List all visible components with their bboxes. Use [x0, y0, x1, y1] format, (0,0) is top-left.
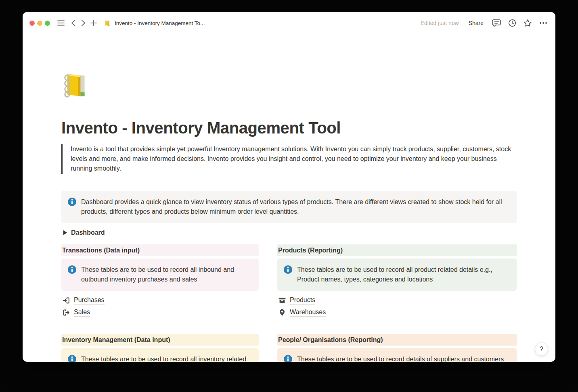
section-title: Inventory Management (Data input) — [62, 336, 170, 344]
section-header-transactions: Transactions (Data input) — [61, 244, 259, 256]
callout-text: These tables are to be used to record de… — [297, 354, 504, 362]
callout-text: These tables are to be used to record al… — [81, 265, 252, 284]
box-icon — [278, 296, 286, 304]
left-column: Transactions (Data input) These tables a… — [61, 244, 259, 362]
page-content: Invento - Inventory Management Tool Inve… — [23, 34, 555, 362]
zoom-window-button[interactable] — [45, 21, 50, 26]
page-link-label: Warehouses — [290, 309, 326, 317]
transactions-links: Purchases Sales — [61, 294, 259, 319]
page-link-label: Purchases — [74, 296, 105, 304]
info-icon — [68, 355, 76, 362]
back-icon[interactable] — [71, 20, 75, 26]
page-link-label: Sales — [74, 309, 90, 317]
page-title[interactable]: Invento - Inventory Management Tool — [61, 118, 517, 138]
section-title: Products (Reporting) — [278, 247, 343, 254]
callout-text: These tables are to be used to record al… — [81, 354, 252, 362]
callout-text: Dashboard provides a quick glance to vie… — [81, 197, 510, 217]
info-icon — [284, 355, 292, 362]
export-icon — [62, 309, 70, 317]
dashboard-toggle[interactable]: Dashboard — [61, 228, 517, 237]
page-notebook-icon[interactable] — [61, 71, 91, 100]
people-organisations-callout: These tables are to be used to record de… — [277, 348, 517, 362]
two-column-layout: Transactions (Data input) These tables a… — [61, 244, 517, 362]
sidebar-menu-icon[interactable] — [57, 20, 65, 26]
info-icon — [68, 265, 76, 274]
section-header-people-organisations: People/ Organisations (Reporting) — [277, 334, 517, 346]
help-button[interactable]: ? — [535, 342, 548, 356]
favorite-star-icon[interactable] — [524, 19, 532, 27]
toggle-label: Dashboard — [71, 229, 105, 236]
callout-text: These tables are to be used to record al… — [297, 265, 510, 284]
titlebar: Invento - Inventory Management To... Edi… — [23, 12, 555, 34]
minimize-window-button[interactable] — [37, 21, 42, 26]
more-options-icon[interactable] — [539, 22, 547, 24]
section-header-products: Products (Reporting) — [277, 244, 517, 256]
inventory-management-callout: These tables are to be used to record al… — [61, 348, 259, 362]
traffic-lights — [29, 21, 50, 26]
right-column: Products (Reporting) These tables are to… — [277, 244, 517, 362]
transactions-callout: These tables are to be used to record al… — [61, 259, 259, 291]
comments-icon[interactable] — [492, 19, 501, 27]
page-link-products[interactable]: Products — [277, 294, 517, 307]
import-icon — [62, 296, 70, 304]
edited-status: Edited just now — [421, 20, 459, 26]
location-pin-icon — [278, 309, 286, 317]
info-icon — [284, 265, 292, 274]
share-button[interactable]: Share — [469, 20, 484, 26]
page-link-label: Products — [290, 296, 315, 304]
history-icon[interactable] — [508, 19, 516, 27]
app-window: Invento - Inventory Management To... Edi… — [23, 12, 555, 362]
section-title: People/ Organisations (Reporting) — [278, 336, 383, 344]
intro-quote-block: Invento is a tool that provides simple y… — [61, 144, 517, 174]
page-link-purchases[interactable]: Purchases — [61, 294, 259, 307]
toggle-arrow-icon — [63, 230, 67, 235]
notebook-icon — [104, 20, 111, 27]
info-icon — [68, 198, 76, 206]
close-window-button[interactable] — [29, 21, 35, 26]
dashboard-callout: Dashboard provides a quick glance to vie… — [61, 191, 517, 223]
new-tab-icon[interactable] — [90, 20, 97, 26]
section-title: Transactions (Data input) — [62, 247, 140, 254]
products-links: Products Warehouses — [277, 294, 517, 319]
tab-title: Invento - Inventory Management To... — [115, 20, 205, 26]
forward-icon[interactable] — [81, 20, 86, 26]
page-link-warehouses[interactable]: Warehouses — [277, 307, 517, 319]
products-callout: These tables are to be used to record al… — [277, 259, 517, 291]
section-header-inventory-management: Inventory Management (Data input) — [61, 334, 259, 346]
breadcrumb[interactable]: Invento - Inventory Management To... — [104, 20, 205, 27]
page-link-sales[interactable]: Sales — [61, 307, 259, 319]
